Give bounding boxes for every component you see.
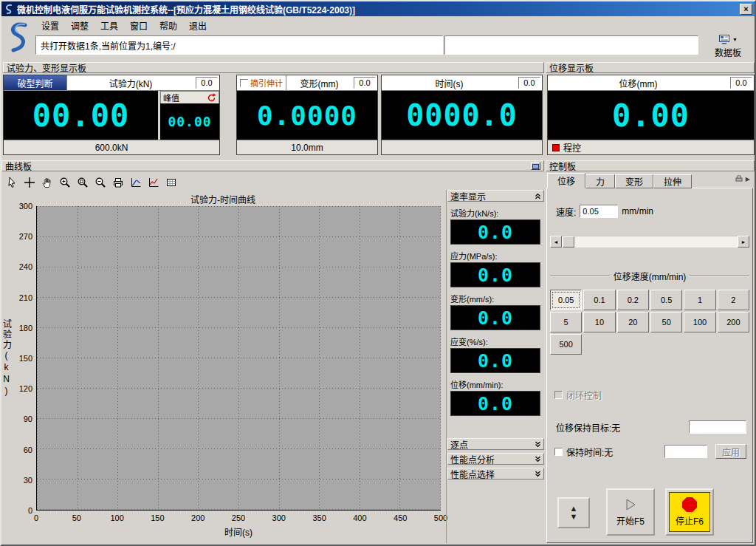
speed-scrollbar[interactable]: ◄ ►	[550, 236, 749, 248]
speed-button[interactable]: 2	[718, 290, 749, 310]
collapsed-section[interactable]: 性能点分析	[447, 453, 544, 465]
x-tick-label: 0	[34, 513, 38, 522]
menu-item[interactable]: 设置	[35, 18, 65, 33]
x-tick-label: 350	[312, 513, 326, 522]
menu-item[interactable]: 帮助	[154, 18, 183, 33]
displacement-display-group: 位移(mm) 0.0 0.00 程控	[547, 75, 755, 155]
collapsed-section[interactable]: 逐点	[447, 438, 544, 450]
time-range-label	[382, 140, 542, 154]
y-tick-label: 210	[19, 293, 32, 302]
tab-变形[interactable]: 变形	[615, 174, 653, 188]
tab-拉伸[interactable]: 拉伸	[653, 174, 692, 188]
tab-力[interactable]: 力	[585, 174, 615, 188]
scrollbar-track[interactable]	[562, 236, 738, 248]
tab-tools: ▶	[735, 175, 750, 182]
collapsed-section[interactable]: 性能点选择	[447, 468, 544, 480]
chevron-down-icon[interactable]	[535, 456, 541, 463]
speed-button[interactable]: 0.2	[617, 290, 649, 310]
zoom-out-icon	[94, 177, 106, 188]
plot-area[interactable]	[36, 206, 441, 511]
closed-loop-checkbox	[554, 391, 563, 399]
hold-target-label: 位移保持目标:无	[556, 421, 620, 434]
cursor-icon	[6, 177, 18, 188]
x-tick-label: 400	[353, 513, 366, 522]
control-panel: 控制板 位移力变形拉伸 ▶ 速度: mm/min ◄ ► 位移速度(mm/min…	[546, 160, 755, 545]
speed-group-title: 位移速度(mm/min)	[614, 270, 687, 282]
control-buttons-row: ▲ ▼ 开始F5 停止F6	[547, 488, 752, 536]
time-small-value: 0.0	[518, 77, 540, 89]
tool-curve-button[interactable]	[128, 175, 143, 190]
dropdown-arrow-icon[interactable]: ▼	[732, 37, 738, 42]
tool-zoom-window-button[interactable]	[75, 175, 90, 190]
speed-buttons-grid: 0.050.10.20.5125102050100200500	[550, 290, 749, 355]
speed-input[interactable]	[580, 205, 618, 218]
rate-panel-header[interactable]: 速率显示	[447, 190, 544, 202]
menu-item[interactable]: 调整	[65, 18, 94, 33]
chevron-up-icon[interactable]	[535, 193, 541, 199]
panel-print-icon[interactable]	[735, 175, 743, 182]
speed-button[interactable]: 5	[550, 312, 582, 332]
menu-item[interactable]: 工具	[94, 18, 124, 33]
status-box-secondary	[444, 35, 698, 55]
tool-data-grid-button[interactable]	[164, 175, 179, 190]
tool-analyze-button[interactable]	[146, 175, 161, 190]
hold-time-checkbox[interactable]	[554, 448, 563, 456]
panel-float-button[interactable]	[531, 162, 540, 170]
deform-range-label: 10.0mm	[237, 140, 377, 154]
x-axis-ticks: 050100150200250300350400450500	[36, 513, 441, 522]
hold-time-input[interactable]	[664, 445, 707, 458]
stop-button[interactable]: 停止F6	[665, 488, 714, 536]
hand-icon	[41, 177, 53, 188]
chevron-down-icon[interactable]	[535, 441, 541, 448]
speed-button[interactable]: 0.1	[583, 290, 615, 310]
scroll-right-button[interactable]: ►	[738, 236, 749, 248]
y-tick-label: 180	[19, 324, 32, 332]
start-button[interactable]: 开始F5	[606, 488, 655, 536]
speed-button[interactable]: 500	[550, 334, 582, 355]
tool-zoom-in-button[interactable]	[58, 175, 72, 190]
rate-label: 应变(%/s):	[450, 335, 544, 347]
closed-loop-label: 闭环控制	[566, 389, 602, 401]
menu-item[interactable]: 退出	[183, 18, 213, 33]
logo-swirl-icon	[6, 21, 31, 55]
speed-button[interactable]: 1	[684, 290, 715, 310]
collapsed-section-title: 性能点分析	[450, 453, 495, 465]
speed-button[interactable]: 200	[718, 312, 749, 332]
databoard-button[interactable]: ▼ 数据板	[704, 33, 752, 59]
rate-items: 试验力(kN/s):0.0应力(MPa/s):0.0变形(mm/s):0.0应变…	[447, 207, 544, 416]
collapsed-section-title: 逐点	[450, 438, 468, 451]
zoom-in-icon	[59, 177, 71, 188]
refresh-peak-icon[interactable]	[207, 93, 216, 103]
tool-zoom-out-button[interactable]	[93, 175, 108, 190]
speed-button[interactable]: 100	[684, 312, 715, 332]
jog-button[interactable]: ▲ ▼	[557, 497, 590, 528]
tab-scroll-right-icon[interactable]: ▶	[746, 176, 750, 182]
close-button[interactable]: ×	[740, 4, 752, 15]
closed-loop-row: 闭环控制	[554, 389, 752, 401]
chevron-down-icon[interactable]	[535, 471, 541, 477]
tab-位移[interactable]: 位移	[547, 173, 585, 188]
tool-select-button[interactable]	[4, 175, 19, 190]
peak-display: 00.00	[160, 103, 219, 140]
program-control-indicator	[552, 144, 560, 151]
force-display-group: 破型判断 试验力(kN) 0.0 00.00 峰值 00.00 600.0kN	[3, 75, 220, 155]
tool-crosshair-button[interactable]	[22, 175, 37, 190]
speed-button[interactable]: 20	[617, 312, 649, 332]
displacement-display: 0.00	[548, 91, 754, 140]
hold-target-input[interactable]	[689, 420, 746, 434]
speed-button[interactable]: 0.05	[550, 290, 582, 310]
tool-print-button[interactable]	[111, 175, 126, 190]
menu-item[interactable]: 窗口	[124, 18, 154, 33]
speed-button[interactable]: 0.5	[650, 290, 682, 310]
speed-button[interactable]: 10	[583, 312, 615, 332]
scroll-left-button[interactable]: ◄	[550, 236, 562, 248]
speed-button[interactable]: 50	[650, 312, 682, 332]
scrollbar-thumb[interactable]	[563, 236, 574, 248]
extensometer-checkbox[interactable]	[240, 79, 248, 87]
break-judge-button[interactable]: 破型判断	[4, 75, 67, 90]
rate-display: 0.0	[450, 348, 540, 373]
deform-display-group: 摘引伸计 变形(mm) 0.0 0.0000 10.0mm	[236, 75, 378, 155]
force-panel-caption: 试验力、变形显示板	[3, 62, 544, 73]
start-label: 开始F5	[616, 514, 645, 527]
tool-pan-button[interactable]	[40, 175, 55, 190]
